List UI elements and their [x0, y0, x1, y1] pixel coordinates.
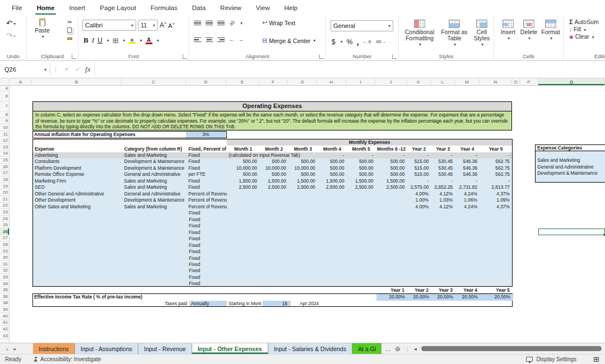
- row-header-8[interactable]: 8: [0, 111, 9, 118]
- prev-sheet-icon[interactable]: ◂: [6, 346, 8, 352]
- merge-center-button[interactable]: Merge & Center: [269, 38, 310, 44]
- expense-name-cell[interactable]: [33, 255, 123, 262]
- note-cell[interactable]: (calculated on Input Revenue Tab): [227, 152, 318, 158]
- row-header-26[interactable]: 26: [0, 228, 9, 235]
- fill-button[interactable]: ↓ Fill ▾: [569, 26, 586, 32]
- column-header-i[interactable]: I: [346, 78, 375, 85]
- tax-rate-cell[interactable]: 20.00%: [432, 294, 456, 301]
- value-cell[interactable]: 530.45: [431, 158, 455, 165]
- calc-type-cell[interactable]: Fixed: [187, 230, 227, 236]
- category-cell[interactable]: Sales and Marketing: [123, 152, 187, 158]
- value-cell[interactable]: 4.24%: [455, 191, 480, 197]
- tax-rate-cell[interactable]: 20.00%: [408, 294, 432, 301]
- number-format-combo[interactable]: General▾: [331, 20, 393, 31]
- ribbon-tab-insert[interactable]: Insert: [62, 0, 92, 16]
- column-header-k[interactable]: K: [407, 78, 431, 85]
- value-cell[interactable]: 546.36: [455, 171, 480, 178]
- number-dialog-launcher-icon[interactable]: [392, 54, 397, 59]
- value-cell[interactable]: 515.00: [407, 158, 431, 165]
- value-cell[interactable]: 2,500.00: [259, 184, 288, 190]
- underline-button[interactable]: U: [97, 36, 103, 44]
- accounting-format-button[interactable]: $: [332, 38, 336, 46]
- font-color-button[interactable]: A: [146, 37, 152, 44]
- value-cell[interactable]: 500.00: [347, 165, 376, 171]
- expense-name-cell[interactable]: [33, 268, 123, 274]
- column-header-n[interactable]: N: [480, 78, 512, 85]
- value-cell[interactable]: 500.00: [259, 158, 288, 165]
- cancel-icon[interactable]: ×: [61, 66, 72, 73]
- column-header-o[interactable]: O: [512, 78, 520, 85]
- taxes-paid-cell[interactable]: Annually: [189, 301, 227, 306]
- expense-name-cell[interactable]: [33, 274, 123, 281]
- category-cell[interactable]: [123, 230, 187, 236]
- value-cell[interactable]: [259, 204, 288, 210]
- display-settings-button[interactable]: Display Settings: [536, 356, 576, 362]
- row-header-35[interactable]: 35: [0, 287, 9, 293]
- row-header-6[interactable]: 6: [0, 91, 9, 101]
- value-cell[interactable]: 500.00: [259, 171, 288, 178]
- active-cell-selection[interactable]: [538, 228, 605, 235]
- fill-color-button[interactable]: ◆: [129, 37, 136, 44]
- value-cell[interactable]: 4.12%: [431, 191, 455, 197]
- row-header-10[interactable]: 10: [0, 124, 9, 131]
- ribbon-tab-review[interactable]: Review: [213, 0, 249, 16]
- column-header-f[interactable]: F: [259, 78, 288, 85]
- value-cell[interactable]: 1,500.00: [288, 178, 318, 184]
- value-cell[interactable]: 4.37%: [480, 204, 512, 210]
- expense-name-cell[interactable]: Other Development: [33, 197, 123, 203]
- wrap-text-button[interactable]: Wrap Text: [269, 20, 295, 26]
- value-cell[interactable]: 515.00: [407, 165, 431, 171]
- value-cell[interactable]: [347, 204, 376, 210]
- row-header-9[interactable]: 9: [0, 118, 9, 125]
- calc-type-cell[interactable]: Fixed: [187, 178, 227, 184]
- value-cell[interactable]: -: [431, 152, 455, 158]
- value-cell[interactable]: 500.00: [318, 171, 347, 178]
- tax-rate-cell[interactable]: 20.00%: [456, 294, 481, 301]
- ribbon-tab-page-layout[interactable]: Page Layout: [92, 0, 143, 16]
- row-header-16[interactable]: 16: [0, 164, 9, 170]
- ribbon-tab-view[interactable]: View: [249, 0, 277, 16]
- column-header-p[interactable]: P: [520, 78, 538, 85]
- column-header-b[interactable]: B: [32, 78, 122, 85]
- expense-name-cell[interactable]: Advertising: [33, 152, 123, 158]
- value-cell[interactable]: [227, 204, 259, 210]
- value-cell[interactable]: 1.06%: [455, 197, 480, 203]
- value-cell[interactable]: 10,000.00: [288, 165, 318, 171]
- column-header-h[interactable]: H: [317, 78, 346, 85]
- category-cell[interactable]: [123, 217, 187, 223]
- category-cell[interactable]: Development & Maintenance: [123, 158, 187, 165]
- row-header-31[interactable]: 31: [0, 261, 9, 268]
- sheet-tab-input-other-expenses[interactable]: Input - Other Expenses: [192, 343, 268, 354]
- column-header-m[interactable]: M: [455, 78, 480, 85]
- conditional-formatting-button[interactable]: Conditional Formatting▾: [402, 20, 437, 48]
- row-header-17[interactable]: 17: [0, 170, 9, 176]
- comma-style-button[interactable]: ,: [356, 37, 359, 46]
- row-header-24[interactable]: 24: [0, 216, 9, 222]
- column-header-q[interactable]: Q: [538, 78, 605, 85]
- value-cell[interactable]: 1.00%: [407, 197, 431, 203]
- value-cell[interactable]: [376, 204, 407, 210]
- category-cell[interactable]: [123, 249, 187, 255]
- name-box[interactable]: Q26 ▾: [1, 63, 50, 76]
- value-cell[interactable]: 4.37%: [480, 191, 512, 197]
- calc-type-cell[interactable]: Fixed: [187, 274, 227, 281]
- value-cell[interactable]: 1,500.00: [318, 178, 347, 184]
- value-cell[interactable]: -: [480, 152, 512, 158]
- category-cell[interactable]: [123, 223, 187, 229]
- calc-type-cell[interactable]: Percent of Revenue: [187, 197, 227, 203]
- category-cell[interactable]: [123, 210, 187, 216]
- calc-type-cell[interactable]: Fixed: [187, 242, 227, 249]
- bold-button[interactable]: B: [83, 36, 89, 45]
- value-cell[interactable]: 500.00: [288, 158, 318, 165]
- row-header-28[interactable]: 28: [0, 241, 9, 248]
- value-cell[interactable]: [347, 197, 376, 203]
- calc-type-cell[interactable]: Fixed: [187, 255, 227, 262]
- row-header-34[interactable]: 34: [0, 281, 9, 287]
- value-cell[interactable]: 4.12%: [431, 204, 455, 210]
- value-cell[interactable]: -: [407, 152, 431, 158]
- row-header-13[interactable]: 13: [0, 144, 9, 151]
- shrink-font-button[interactable]: A˅: [168, 22, 174, 29]
- delete-cells-button[interactable]: Delete▾: [519, 20, 539, 41]
- calc-type-cell[interactable]: Fixed: [187, 184, 227, 190]
- sheet-tab-instructions[interactable]: Instructions: [33, 343, 75, 354]
